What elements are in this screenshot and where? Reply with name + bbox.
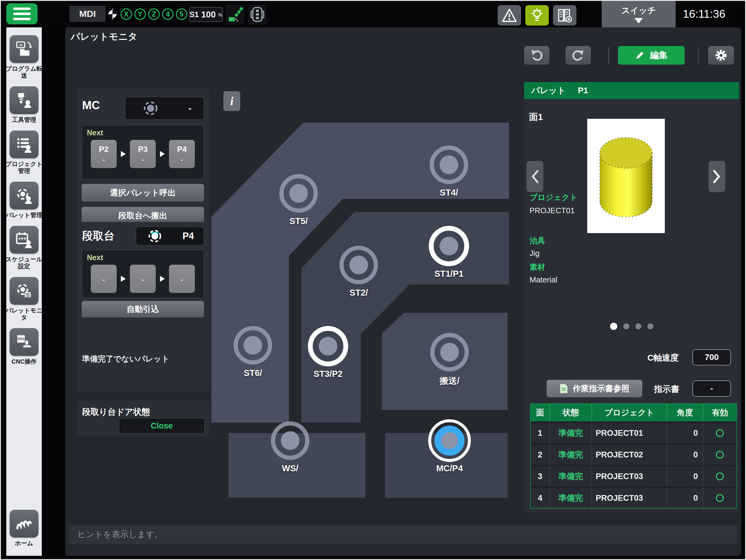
settings-button[interactable]	[708, 46, 734, 65]
axis-origin-icon	[107, 8, 118, 20]
switch-label: スイッチ	[622, 5, 656, 16]
face-table-cell: 0	[667, 423, 703, 443]
face-dot-4[interactable]	[648, 323, 653, 329]
pallet-id: P1	[578, 86, 588, 95]
tool-status-icon	[226, 4, 245, 24]
station-st1[interactable]	[429, 226, 469, 266]
prev-face-button[interactable]	[526, 161, 543, 192]
axis-indicator-x: X	[121, 8, 132, 20]
mc-queue-slot: P2-	[91, 140, 117, 168]
program-transfer-icon: </>	[10, 35, 38, 63]
column-header: 有効	[703, 404, 736, 421]
face-dot-3[interactable]	[635, 323, 641, 329]
face-table-cell	[703, 445, 736, 465]
mc-panel-title: MC	[82, 99, 100, 112]
door-panel-title: 段取り台ドア状態	[82, 406, 150, 418]
workpiece-preview	[587, 119, 665, 233]
column-header: プロジェクト	[592, 404, 667, 421]
face-table-row[interactable]: 1準備完PROJECT010	[531, 421, 736, 443]
pallet-icon	[147, 228, 163, 244]
sidebar-item-home[interactable]: ホーム	[6, 510, 42, 547]
face-table-cell: 0	[667, 488, 703, 508]
station-label-ws: WS/	[282, 464, 298, 473]
hint-light-button[interactable]	[525, 5, 549, 26]
tool-management-icon	[10, 86, 38, 114]
pallet-system-diagram: i ST5/ST4/ST1/P1ST2/ST6/ST3/P2搬送/WS/MC/P…	[211, 85, 512, 512]
face-dot-2[interactable]	[623, 323, 629, 329]
arrow-right-icon	[121, 276, 126, 282]
station-st4[interactable]	[430, 145, 468, 184]
mc-next-queue: Next P2-P3-P4-	[82, 125, 204, 179]
sidebar-item-project-management[interactable]: プロジェクト管理	[6, 131, 42, 174]
call-selected-pallet-button[interactable]: 選択パレット呼出	[82, 184, 204, 202]
log-book-button[interactable]	[553, 5, 576, 26]
queue-pallet-name: P3	[138, 145, 148, 154]
face-table-cell: 3	[531, 467, 549, 486]
column-header: 面	[531, 404, 549, 421]
station-transfer[interactable]	[430, 333, 469, 371]
station-center-dot	[349, 256, 368, 274]
sidebar-item-schedule-settings[interactable]: スケジュール設定	[6, 226, 42, 270]
spindle-value: 100	[201, 10, 216, 20]
mc-pallet-indicator: -	[125, 96, 204, 120]
station-center-dot	[289, 184, 308, 203]
sidebar-item-tool-management[interactable]: 工具管理	[6, 86, 42, 123]
face-table-row[interactable]: 3準備完PROJECT030	[531, 465, 736, 486]
axis-indicator-5: 5	[176, 8, 187, 20]
main-menu-button[interactable]	[6, 3, 37, 24]
toolbar-separator	[698, 47, 699, 64]
sidebar-item-pallet-management[interactable]: パレット管理	[6, 181, 42, 219]
face-table-cell: PROJECT03	[592, 488, 667, 508]
setup-door-panel: 段取り台ドア状態 Close	[77, 400, 209, 437]
station-mc[interactable]	[428, 419, 471, 462]
mc-queue-slot: P3-	[130, 140, 156, 168]
undo-button[interactable]	[524, 46, 549, 65]
arrow-right-icon	[160, 151, 165, 157]
cnc-operation-icon: G01	[10, 328, 38, 356]
work-order-reference-button[interactable]: 作業指示書参照	[547, 380, 642, 397]
edit-button[interactable]: 編集	[618, 46, 685, 65]
sidebar-item-program-transfer[interactable]: </>プログラム転送	[6, 35, 42, 79]
pallet-icon	[142, 100, 159, 117]
station-center-dot	[319, 337, 337, 356]
not-ready-pallets-note: 準備完了でないパレット	[82, 354, 169, 364]
station-st3[interactable]	[308, 326, 348, 366]
workpiece-cylinder-image	[595, 129, 658, 223]
nc-mode-indicator: MDI	[69, 6, 106, 22]
face-dot-1[interactable]	[610, 323, 617, 330]
order-field[interactable]: -	[692, 381, 731, 397]
setup-next-queue: Next ---	[82, 250, 204, 298]
face-table-row[interactable]: 2準備完PROJECT020	[531, 443, 736, 465]
redo-button[interactable]	[566, 46, 591, 65]
next-face-button[interactable]	[709, 161, 725, 192]
station-st2[interactable]	[340, 246, 378, 284]
sidebar-item-cnc-operation[interactable]: G01CNC操作	[6, 328, 42, 365]
c-axis-speed-field[interactable]: 700	[692, 349, 731, 365]
pallet-detail-panel: パレット P1 面1	[524, 82, 739, 512]
station-label-st3: ST3/P2	[314, 369, 343, 379]
svg-text:G01: G01	[18, 337, 24, 341]
switch-dropdown-button[interactable]: スイッチ	[602, 1, 676, 27]
station-st6[interactable]	[234, 326, 272, 365]
material-label: 素材	[529, 262, 545, 273]
lightbulb-icon	[529, 7, 545, 23]
station-ws[interactable]	[271, 421, 309, 460]
info-button[interactable]: i	[223, 91, 240, 111]
book-add-icon	[556, 8, 573, 23]
alarm-button[interactable]	[498, 5, 521, 26]
pallet-magazine-icon	[248, 4, 267, 24]
setup-queue-slot: -	[169, 265, 195, 293]
setup-queue-slot: -	[91, 265, 117, 293]
queue-pallet-value: -	[181, 276, 183, 284]
station-label-st6: ST6/	[243, 368, 262, 378]
auto-load-button[interactable]: 自動引込	[82, 301, 204, 317]
material-value: Material	[529, 275, 557, 284]
sidebar-item-label: プロジェクト管理	[3, 161, 45, 174]
chevron-left-icon	[530, 169, 539, 184]
column-header: 状態	[549, 404, 592, 421]
face-table-row[interactable]: 4準備完PROJECT030	[531, 486, 736, 508]
face-table-cell	[703, 467, 736, 486]
station-st5[interactable]	[279, 174, 318, 213]
sidebar-item-label: CNC操作	[3, 358, 45, 365]
sidebar-item-pallet-monitor[interactable]: パレットモニタ	[6, 277, 42, 321]
